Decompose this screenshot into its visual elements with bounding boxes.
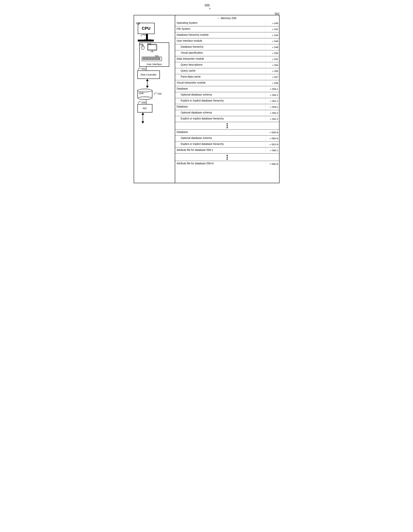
disk-controller-section: 532 Disk Controller (137, 70, 168, 79)
disk-label: Disk (139, 92, 144, 95)
svg-rect-16 (153, 57, 154, 58)
mem-label-db-558-n: Database (175, 130, 266, 135)
disk-bracket-svg (154, 92, 158, 95)
disk-ref-wrapper: 534 (154, 92, 162, 95)
svg-rect-26 (150, 59, 151, 60)
mem-ref-542: ⌐542 (266, 26, 279, 32)
keyboard-icon-wrapper: 530 (142, 56, 162, 62)
bracket-icon-548: ⌐ (272, 46, 274, 49)
mem-row-visual-interp: Visual interpreter module ⌐556 (175, 80, 279, 86)
svg-rect-11 (146, 57, 147, 58)
mem-row-attr-580-n: Attribute file for database 558-N ⌐580-N (175, 161, 279, 167)
bracket-icon-556: ⌐ (272, 82, 274, 85)
mem-label-attr-580-1: Attribute file for database 558-1 (175, 147, 266, 153)
svg-rect-25 (149, 59, 150, 60)
svg-rect-31 (158, 59, 159, 60)
mem-row-db-hier-module: Database hierarchy module ⌐544 (175, 32, 279, 38)
dot-5 (227, 157, 228, 158)
mem-row-db-558-1: Database ⌐558-1 (175, 86, 279, 92)
bracket-icon-558-2: ⌐ (270, 105, 272, 109)
mem-row-db-558-2: Database ⌐558-2 (175, 104, 279, 110)
bracket-icon-540: ⌐ (272, 22, 274, 25)
bracket-icon-562-1: ⌐ (270, 99, 272, 103)
arrow-up-head (146, 79, 149, 81)
mem-ref-544: ⌐544 (266, 32, 279, 38)
mem-ref-540: ⌐540 (266, 20, 279, 26)
disk-controller-box: Disk Controller (137, 70, 160, 79)
svg-rect-27 (152, 59, 153, 60)
arrow-shaft (147, 81, 147, 86)
bracket-icon-580-1: ⌐ (270, 149, 272, 152)
dot-1 (227, 123, 228, 124)
mem-label-data-interp: Data interpreter module (175, 56, 266, 62)
mem-row-attr-580-1: Attribute file for database 558-1 ⌐580-1 (175, 147, 279, 153)
mouse-icon-wrapper: 526 (141, 44, 145, 50)
mem-row-file-system: File System ⌐542 (175, 26, 279, 32)
memory-title: Memory 538 (221, 17, 236, 20)
mem-label-query-cache: Query cache (175, 68, 266, 74)
bracket-icon-546: ⌐ (272, 40, 274, 43)
mem-label-opt-schema-2: Optional database schema (175, 110, 266, 116)
nic-arrow-down-head (142, 121, 144, 124)
mem-label-operating-system: Operating System (175, 20, 266, 26)
mem-ref-554: ⌐554 (266, 62, 279, 68)
svg-rect-28 (153, 59, 154, 60)
ui-box: 526 528 (139, 42, 169, 67)
nic-ref-label: 536 (142, 101, 146, 104)
svg-rect-20 (159, 57, 160, 58)
nic-section: 536 NIC (137, 104, 168, 113)
disk-section: 534 Disk (137, 89, 152, 100)
bidir-arrow (146, 79, 149, 88)
fig-label-502: 502 (275, 12, 279, 15)
mem-row-db-558-n: Database ⌐558-N (175, 130, 279, 135)
svg-rect-10 (144, 57, 145, 58)
mem-row-db-hierarchy: Database hierarchy ⌐548 (175, 44, 279, 50)
nic-label: NIC (143, 107, 147, 110)
svg-rect-32 (159, 59, 160, 60)
mem-row-opt-schema-1: Optional database schema ⌐560-1 (175, 92, 279, 98)
bracket-icon-558-1: ⌐ (270, 87, 272, 91)
nic-bidir-arrow (142, 113, 144, 124)
mem-label-opt-schema-n: Optional database schema (175, 135, 266, 141)
svg-rect-29 (155, 59, 156, 60)
bracket-icon-580-n: ⌐ (269, 162, 271, 166)
mem-ref-560-1: ⌐560-1 (266, 92, 279, 98)
mem-label-visual-interp: Visual interpreter module (175, 80, 266, 86)
mem-ref-558-n: ⌐558-N (266, 130, 279, 135)
mem-ref-562-1: ⌐562-1 (266, 98, 279, 104)
disk-top-ellipse (137, 89, 152, 92)
ref-522-bracket (138, 22, 142, 26)
svg-rect-14 (150, 57, 151, 58)
ui-section-wrapper: 524 526 (137, 41, 168, 67)
bracket-icon-554: ⌐ (272, 64, 274, 67)
svg-rect-30 (156, 59, 157, 60)
svg-rect-18 (156, 57, 157, 58)
disk-ctrl-bracket-svg (137, 67, 142, 70)
mem-ref-546: ⌐546 (266, 38, 279, 44)
svg-rect-5 (148, 45, 156, 49)
bus-ref-label: 533 (141, 34, 146, 38)
nic-box: NIC (137, 104, 152, 113)
bracket-icon-555: ⌐ (272, 69, 274, 73)
memory-header: ⌐ Memory 538 (175, 15, 279, 20)
fig-arrow: ↘ (209, 7, 211, 10)
disk-ctrl-ref-label: 532 (142, 67, 146, 70)
bracket-icon-560-2: ⌐ (270, 111, 272, 115)
mem-label-query-desc: Query descriptions (175, 62, 266, 68)
bracket-icon-550: ⌐ (272, 52, 274, 55)
svg-rect-9 (143, 57, 144, 58)
disk-ref-label: 534 (158, 92, 162, 95)
mem-row-opt-schema-n: Optional database schema ⌐560-N (175, 135, 279, 142)
bracket-icon-562-2: ⌐ (270, 117, 272, 121)
bracket-icon-558-n: ⌐ (269, 131, 271, 134)
svg-rect-22 (144, 59, 145, 60)
page-wrapper: 500 ↘ 502 522 CPU (134, 4, 279, 183)
ui-ref-label: 524 (147, 38, 151, 41)
dot-3 (227, 127, 228, 128)
mem-ref-552: ⌐552 (266, 56, 279, 62)
arrow-down-head (146, 86, 149, 88)
mem-row-query-cache: Query cache ⌐555 (175, 68, 279, 74)
svg-rect-24 (147, 59, 148, 60)
mem-row-data-interp: Data interpreter module ⌐552 (175, 56, 279, 62)
dots-row-2 (175, 153, 279, 161)
